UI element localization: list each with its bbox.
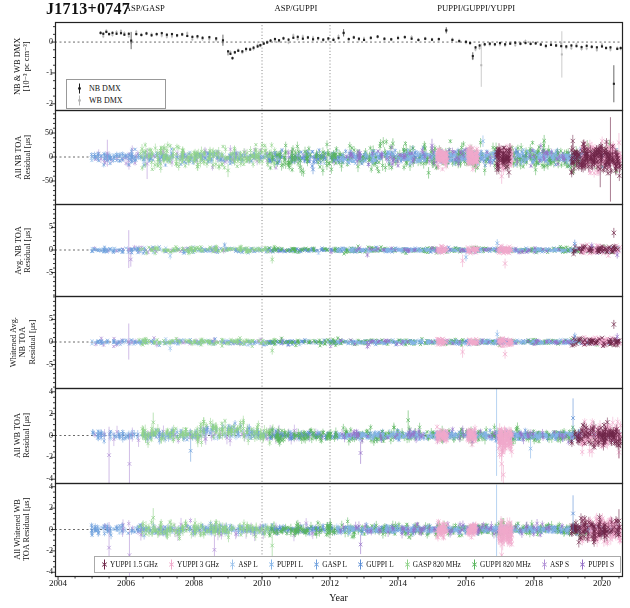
legend-label: NB DMX — [89, 84, 121, 93]
x-tick-label: 2004 — [49, 578, 67, 588]
errorbar-marker-icon — [357, 559, 364, 570]
errorbar-marker-icon — [313, 559, 320, 570]
panel-ylabel: All WB TOA Residual [μs] — [14, 413, 33, 458]
legend-label: WB DMX — [89, 96, 123, 105]
x-tick-label: 2018 — [525, 578, 543, 588]
legend-entry: PUPPI L — [268, 559, 303, 570]
panel-ylabel: NB & WB DMX [10⁻³ pc cm⁻³] — [14, 37, 33, 94]
errorbar-marker-icon — [168, 559, 175, 570]
errorbar-marker-icon — [229, 559, 236, 570]
legend-label: YUPPI 3 GHz — [177, 560, 219, 569]
panel-ylabel-wrap: All NB TOA Residual [μs] — [0, 110, 46, 204]
panel-ylabel-wrap: Avg. NB TOA Residual [μs] — [0, 204, 46, 296]
legend-entry: ASP L — [229, 559, 257, 570]
legend-label: GUPPI 820 MHz — [480, 560, 531, 569]
x-tick-label: 2014 — [389, 578, 407, 588]
panel-ylabel-wrap: All Whitened WB TOA Residual [μs] — [0, 483, 46, 576]
panel-ylabel-wrap: All WB TOA Residual [μs] — [0, 388, 46, 483]
x-tick-label: 2012 — [321, 578, 339, 588]
panel-ylabel-wrap: Whitened Avg. NB TOA Residual [μs] — [0, 296, 46, 388]
x-tick-label: 2016 — [457, 578, 475, 588]
errorbar-marker-icon — [404, 559, 411, 570]
era-label: PUPPI/GUPPI/YUPPI — [437, 3, 515, 13]
errorbar-marker-icon — [77, 95, 82, 106]
x-tick-label: 2010 — [253, 578, 271, 588]
x-axis-label: Year — [329, 592, 347, 603]
legend-label: ASP L — [238, 560, 257, 569]
legend-label: GASP L — [322, 560, 347, 569]
receiver-legend: YUPPI 1.5 GHzYUPPI 3 GHzASP LPUPPI LGASP… — [94, 556, 621, 573]
x-tick-label: 2020 — [593, 578, 611, 588]
errorbar-marker-icon — [101, 559, 108, 570]
panel-ylabel: Avg. NB TOA Residual [μs] — [14, 226, 33, 275]
panel-ylabel: Whitened Avg. NB TOA Residual [μs] — [9, 317, 37, 367]
legend-entry: GUPPI 820 MHz — [471, 559, 531, 570]
legend-entry: ASP S — [541, 559, 569, 570]
panel-ylabel: All NB TOA Residual [μs] — [14, 135, 33, 180]
pulsar-timing-figure: J1713+0747 ASP/GASPASP/GUPPIPUPPI/GUPPI/… — [0, 0, 630, 608]
era-label: ASP/GASP — [125, 3, 165, 13]
legend-entry: GUPPI L — [357, 559, 393, 570]
legend-label: ASP S — [550, 560, 569, 569]
legend-label: PUPPI S — [588, 560, 614, 569]
errorbar-marker-icon — [471, 559, 478, 570]
legend-entry: GASP 820 MHz — [404, 559, 461, 570]
legend-label: YUPPI 1.5 GHz — [110, 560, 158, 569]
legend-label: GASP 820 MHz — [413, 560, 461, 569]
legend-label: PUPPI L — [277, 560, 303, 569]
x-tick-label: 2006 — [117, 578, 135, 588]
x-tick-label: 2008 — [185, 578, 203, 588]
legend-entry: GASP L — [313, 559, 347, 570]
legend-entry: WB DMX — [71, 94, 161, 106]
errorbar-marker-icon — [77, 83, 82, 94]
errorbar-marker-icon — [579, 559, 586, 570]
errorbar-marker-icon — [268, 559, 275, 570]
panel-ylabel: All Whitened WB TOA Residual [μs] — [14, 498, 33, 561]
dmx-legend: NB DMXWB DMX — [66, 79, 166, 109]
pulsar-title: J1713+0747 — [46, 0, 130, 18]
legend-entry: PUPPI S — [579, 559, 614, 570]
era-label: ASP/GUPPI — [275, 3, 318, 13]
errorbar-marker-icon — [541, 559, 548, 570]
legend-label: GUPPI L — [366, 560, 393, 569]
legend-entry: YUPPI 1.5 GHz — [101, 559, 158, 570]
legend-entry: YUPPI 3 GHz — [168, 559, 219, 570]
legend-entry: NB DMX — [71, 82, 161, 94]
panel-ylabel-wrap: NB & WB DMX [10⁻³ pc cm⁻³] — [0, 22, 46, 110]
